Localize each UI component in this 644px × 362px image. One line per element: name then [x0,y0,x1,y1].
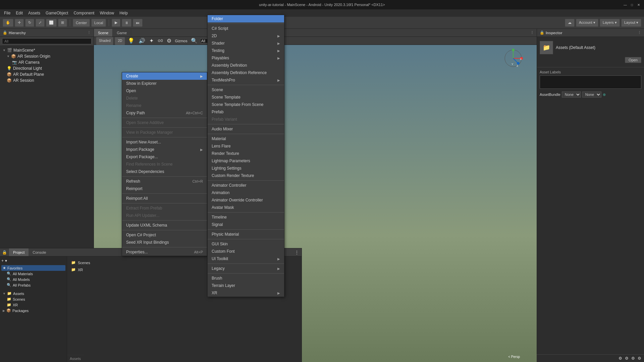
ctx-right-assembly-def-ref[interactable]: Assembly Definition Reference [208,69,284,76]
ctx-right-folder[interactable]: Folder [208,15,284,22]
ctx-copy-path[interactable]: Copy Path Alt+Ctrl+C [122,109,207,117]
ctx-right-timeline[interactable]: Timeline [208,214,284,221]
menu-help[interactable]: Help [117,9,130,17]
ctx-right-render-texture[interactable]: Render Texture [208,150,284,157]
pivot-button[interactable]: Center [73,19,90,27]
ctx-right-2d[interactable]: 2D ▶ [208,32,284,40]
hierarchy-item-ar-default-plane[interactable]: 📦 AR Default Plane [0,71,94,77]
settings-icon-3[interactable]: ⚙ [631,356,635,361]
ctx-right-scene-template[interactable]: Scene Template [208,94,284,101]
settings-icon-1[interactable]: ⚙ [619,356,622,361]
asset-bundle-select-1[interactable]: None [562,92,581,98]
ctx-right-custom-render[interactable]: Custom Render Texture [208,172,284,179]
ctx-right-physic-material[interactable]: Physic Material [208,231,284,238]
menu-window[interactable]: Window [97,9,117,17]
ctx-refresh[interactable]: Refresh Ctrl+R [122,178,207,185]
sidebar-item-packages[interactable]: ▶ 📦 Packages [1,308,65,313]
pause-button[interactable]: ⏸ [122,19,131,27]
transform-tool-button[interactable]: ⊞ [58,19,67,27]
ctx-right-shader[interactable]: Shader ▶ [208,40,284,47]
ctx-open-csharp[interactable]: Open C# Project [122,231,207,239]
ctx-right-assembly-def[interactable]: Assembly Definition [208,62,284,69]
tab-scene[interactable]: Scene [94,29,113,37]
hierarchy-item-ar-camera[interactable]: 📷 AR Camera [0,59,94,65]
hierarchy-item-ar-session[interactable]: 📦 AR Session [0,77,94,83]
close-button[interactable]: ✕ [636,2,641,7]
mode-2d-button[interactable]: 2D [115,37,125,45]
menu-file[interactable]: File [1,9,13,17]
hierarchy-menu-icon[interactable]: ⋮ [87,31,91,35]
ctx-right-lightmap-params[interactable]: Lightmap Parameters [208,157,284,165]
settings-icon-4[interactable]: ⚙ [638,356,641,361]
ctx-select-deps[interactable]: Select Dependencies [122,168,207,175]
ctx-right-terrain-layer[interactable]: Terrain Layer [208,282,284,289]
ctx-right-animation[interactable]: Animation [208,189,284,196]
menu-edit[interactable]: Edit [13,9,25,17]
shaded-button[interactable]: Shaded [96,37,113,45]
ctx-update-uxml[interactable]: Update UXML Schema [122,222,207,229]
gizmos-icon[interactable]: ⚙ [165,38,173,44]
lighting-icon[interactable]: 💡 [126,38,136,44]
chevron-icon[interactable]: ▾ [5,258,7,263]
cloud-button[interactable]: ☁ [565,19,575,27]
maximize-button[interactable]: □ [629,2,635,7]
step-button[interactable]: ⏭ [133,19,143,27]
move-tool-button[interactable]: ✛ [15,19,24,27]
ctx-right-signal[interactable]: Signal [208,221,284,228]
ctx-right-playables[interactable]: Playables ▶ [208,54,284,62]
ctx-right-textmeshpro[interactable]: TextMeshPro ▶ [208,76,284,84]
ctx-import-asset[interactable]: Import New Asset... [122,138,207,146]
tab-project[interactable]: Project [9,248,29,256]
ctx-right-ui-toolkit[interactable]: UI Toolkit ▶ [208,255,284,262]
ctx-seed-xr[interactable]: Seed XR Input Bindings [122,239,207,246]
ctx-reimport-all[interactable]: Reimport All [122,195,207,202]
sidebar-item-all-prefabs[interactable]: 🔍 All Prefabs [1,282,65,288]
tab-game[interactable]: Game [113,29,131,37]
ctx-right-scene-template-from-scene[interactable]: Scene Template From Scene [208,101,284,108]
rotate-tool-button[interactable]: ↻ [25,19,34,27]
play-button[interactable]: ▶ [112,19,120,27]
bottom-menu-icon[interactable]: ⋮ [295,250,302,255]
minimize-button[interactable]: — [623,2,628,7]
ctx-right-xr[interactable]: XR ▶ [208,289,284,297]
account-button[interactable]: Account ▾ [576,19,598,27]
ctx-right-audio-mixer[interactable]: Audio Mixer [208,125,284,133]
effects-icon[interactable]: ✦ [148,38,155,44]
ctx-right-avatar-mask[interactable]: Avatar Mask [208,204,284,211]
add-icon[interactable]: + [1,258,4,263]
hierarchy-item-mainscene[interactable]: ▼ 🎬 MainScene* [0,47,94,53]
ctx-right-custom-font[interactable]: Custom Font [208,248,284,255]
ctx-right-material[interactable]: Material [208,135,284,142]
scale-tool-button[interactable]: ⤢ [36,19,45,27]
ctx-rename[interactable]: Rename [122,102,207,109]
ctx-right-gui-skin[interactable]: GUI Skin [208,240,284,248]
tab-console[interactable]: Console [29,248,50,256]
ctx-right-csharp[interactable]: C# Script [208,25,284,32]
ctx-right-animator-controller[interactable]: Animator Controller [208,182,284,189]
ctx-properties[interactable]: Properties... Alt+P [122,248,207,256]
ctx-show-explorer[interactable]: Show in Explorer [122,80,207,87]
rect-tool-button[interactable]: ⬜ [46,19,57,27]
sidebar-item-all-models[interactable]: 🔍 All Models [1,277,65,282]
layers-button[interactable]: Layers ▾ [600,19,620,27]
ctx-reimport[interactable]: Reimport [122,185,207,192]
ctx-create[interactable]: Create ▶ [122,72,207,80]
hand-tool-button[interactable]: ✋ [3,19,13,27]
search-scene-icon[interactable]: 🔍 [190,38,199,44]
menu-assets[interactable]: Assets [25,9,43,17]
ctx-right-testing[interactable]: Testing ▶ [208,47,284,54]
view-panel-menu[interactable]: ⋮ [530,31,534,35]
menu-component[interactable]: Component [71,9,97,17]
ctx-import-package[interactable]: Import Package ▶ [122,146,207,153]
ctx-right-prefab[interactable]: Prefab [208,108,284,116]
sidebar-item-assets[interactable]: ▼ 📁 Assets [1,291,65,296]
ctx-right-lighting-settings[interactable]: Lighting Settings [208,165,284,172]
ctx-right-lens-flare[interactable]: Lens Flare [208,142,284,150]
asset-bundle-select-2[interactable]: None [582,92,601,98]
open-button[interactable]: Open [625,57,641,63]
ctx-export-package[interactable]: Export Package... [122,153,207,161]
hierarchy-item-ar-session-origin[interactable]: ▼ 📦 AR Session Origin [0,53,94,59]
space-button[interactable]: Local [91,19,106,27]
hierarchy-item-directional-light[interactable]: 💡 Directional Light [0,65,94,71]
sidebar-item-scenes[interactable]: 📁 Scenes [1,296,65,302]
